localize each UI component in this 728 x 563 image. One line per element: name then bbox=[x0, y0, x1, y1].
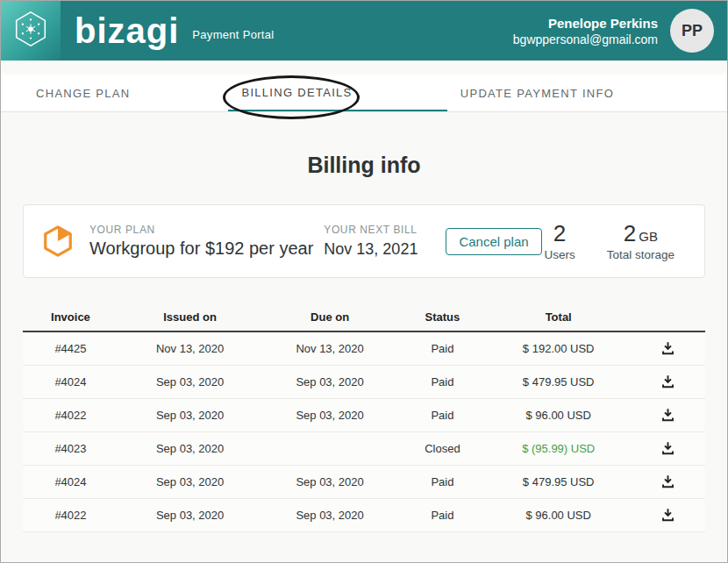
tab-bar: CHANGE PLAN BILLING DETAILS UPDATE PAYME… bbox=[1, 75, 727, 112]
issued-on-cell: Sep 03, 2020 bbox=[118, 509, 261, 522]
invoice-number-cell: #4023 bbox=[23, 442, 118, 455]
users-stat: 2 Users bbox=[544, 221, 575, 261]
plan-info: YOUR PLAN Workgroup for $192 per year bbox=[89, 224, 313, 259]
due-on-cell: Sep 03, 2020 bbox=[261, 375, 398, 388]
download-invoice-button[interactable] bbox=[659, 339, 677, 360]
download-invoice-button[interactable] bbox=[659, 505, 677, 526]
total-cell: $ 96.00 USD bbox=[487, 409, 630, 422]
total-cell: $ 96.00 USD bbox=[487, 509, 630, 522]
status-cell: Paid bbox=[398, 342, 487, 355]
user-email: bgwppersonal@gmail.com bbox=[513, 32, 658, 46]
storage-label: Total storage bbox=[607, 248, 674, 261]
download-invoice-button[interactable] bbox=[659, 372, 677, 393]
status-cell: Closed bbox=[398, 442, 487, 455]
download-icon bbox=[660, 374, 675, 391]
table-row: #4024 Sep 03, 2020 Sep 03, 2020 Paid $ 4… bbox=[23, 466, 705, 499]
payment-portal-window: bizagi Payment Portal Penelope Perkins b… bbox=[0, 0, 728, 563]
invoice-number-cell: #4024 bbox=[23, 475, 118, 488]
table-row: #4022 Sep 03, 2020 Sep 03, 2020 Paid $ 9… bbox=[23, 499, 705, 532]
status-cell: Paid bbox=[398, 509, 487, 522]
users-label: Users bbox=[544, 248, 575, 261]
col-header-invoice: Invoice bbox=[23, 310, 118, 324]
issued-on-cell: Sep 03, 2020 bbox=[118, 475, 261, 488]
col-header-total: Total bbox=[487, 310, 630, 324]
storage-count: 2GB bbox=[607, 221, 674, 246]
issued-on-cell: Nov 13, 2020 bbox=[118, 342, 261, 355]
page-title: Billing info bbox=[1, 153, 727, 178]
issued-on-cell: Sep 03, 2020 bbox=[118, 409, 261, 422]
app-header: bizagi Payment Portal Penelope Perkins b… bbox=[1, 1, 727, 61]
download-icon bbox=[660, 407, 675, 424]
tab-update-payment-info[interactable]: UPDATE PAYMENT INFO bbox=[447, 75, 705, 111]
storage-stat: 2GB Total storage bbox=[607, 221, 674, 261]
invoice-number-cell: #4022 bbox=[23, 509, 118, 522]
issued-on-cell: Sep 03, 2020 bbox=[118, 442, 261, 455]
table-row: #4425 Nov 13, 2020 Nov 13, 2020 Paid $ 1… bbox=[23, 332, 705, 366]
col-header-due-on: Due on bbox=[261, 310, 398, 324]
due-on-cell: Sep 03, 2020 bbox=[261, 509, 398, 522]
user-block: Penelope Perkins bgwppersonal@gmail.com bbox=[513, 16, 658, 46]
download-invoice-button[interactable] bbox=[659, 405, 677, 426]
status-cell: Paid bbox=[398, 375, 487, 388]
invoice-number-cell: #4425 bbox=[23, 342, 118, 355]
invoice-table: Invoice Issued on Due on Status Total #4… bbox=[23, 303, 705, 532]
invoice-table-header: Invoice Issued on Due on Status Total bbox=[23, 303, 705, 332]
portal-subtitle: Payment Portal bbox=[192, 28, 274, 45]
tab-change-plan[interactable]: CHANGE PLAN bbox=[23, 75, 228, 111]
hexagon-burst-icon bbox=[11, 9, 51, 53]
col-header-issued-on: Issued on bbox=[118, 310, 261, 324]
tab-billing-details[interactable]: BILLING DETAILS bbox=[228, 75, 446, 111]
avatar[interactable]: PP bbox=[670, 9, 714, 53]
invoice-number-cell: #4022 bbox=[23, 409, 118, 422]
due-on-cell: Sep 03, 2020 bbox=[261, 475, 398, 488]
plan-card: YOUR PLAN Workgroup for $192 per year YO… bbox=[23, 204, 705, 278]
table-row: #4023 Sep 03, 2020 Closed $ (95.99) USD bbox=[23, 432, 705, 466]
total-cell: $ 479.95 USD bbox=[487, 375, 630, 388]
issued-on-cell: Sep 03, 2020 bbox=[118, 375, 261, 388]
download-icon bbox=[660, 340, 675, 358]
user-name: Penelope Perkins bbox=[513, 16, 658, 31]
total-cell: $ 192.00 USD bbox=[487, 342, 630, 355]
download-invoice-button[interactable] bbox=[659, 472, 677, 493]
next-bill-label: YOUR NEXT BILL bbox=[324, 224, 418, 236]
tab-label: BILLING DETAILS bbox=[241, 86, 352, 99]
invoice-number-cell: #4024 bbox=[23, 375, 118, 388]
plan-value: Workgroup for $192 per year bbox=[89, 239, 313, 259]
total-cell: $ 479.95 USD bbox=[487, 475, 630, 488]
total-cell: $ (95.99) USD bbox=[487, 442, 630, 455]
table-row: #4022 Sep 03, 2020 Sep 03, 2020 Paid $ 9… bbox=[23, 399, 705, 432]
download-invoice-button[interactable] bbox=[659, 438, 677, 460]
download-icon bbox=[660, 440, 675, 458]
next-bill-value: Nov 13, 2021 bbox=[324, 240, 418, 259]
tab-label: CHANGE PLAN bbox=[36, 87, 131, 100]
download-icon bbox=[660, 507, 675, 524]
cancel-plan-button[interactable]: Cancel plan bbox=[446, 228, 541, 255]
plan-stats: 2 Users 2GB Total storage bbox=[544, 221, 674, 261]
storage-unit: GB bbox=[639, 229, 658, 244]
status-cell: Paid bbox=[398, 409, 487, 422]
next-bill: YOUR NEXT BILL Nov 13, 2021 bbox=[324, 224, 418, 259]
due-on-cell: Sep 03, 2020 bbox=[261, 409, 398, 422]
col-header-status: Status bbox=[398, 310, 487, 324]
status-cell: Paid bbox=[398, 475, 487, 488]
invoice-table-body: #4425 Nov 13, 2020 Nov 13, 2020 Paid $ 1… bbox=[23, 332, 705, 532]
plan-label: YOUR PLAN bbox=[89, 224, 313, 236]
download-icon bbox=[660, 474, 675, 491]
table-row: #4024 Sep 03, 2020 Sep 03, 2020 Paid $ 4… bbox=[23, 366, 705, 399]
bizagi-logo: bizagi bbox=[75, 17, 179, 45]
brand: bizagi Payment Portal bbox=[75, 17, 274, 45]
tab-label: UPDATE PAYMENT INFO bbox=[460, 87, 614, 100]
due-on-cell: Nov 13, 2020 bbox=[261, 342, 398, 355]
hexagon-plan-icon bbox=[41, 224, 75, 258]
users-count: 2 bbox=[544, 221, 575, 246]
logo-square bbox=[1, 1, 61, 61]
